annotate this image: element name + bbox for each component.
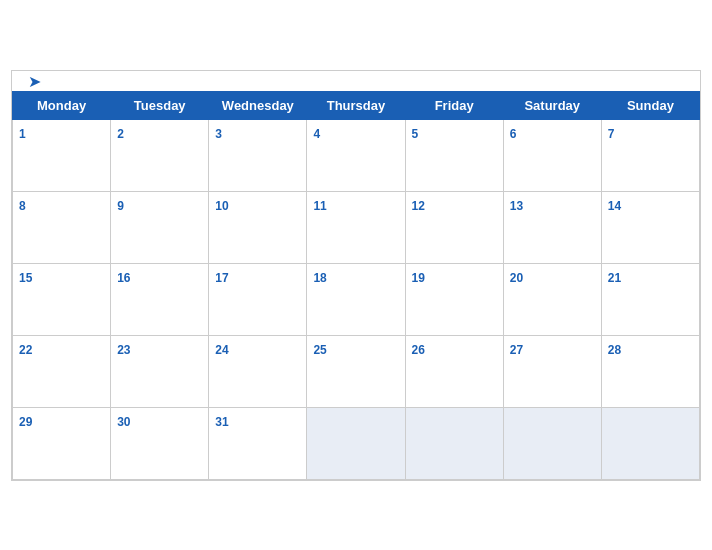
day-number: 23 <box>117 343 130 357</box>
calendar-container: ➤ MondayTuesdayWednesdayThursdayFridaySa… <box>11 70 701 481</box>
calendar-day-cell: 1 <box>13 119 111 191</box>
day-number: 19 <box>412 271 425 285</box>
weekday-header: Tuesday <box>111 91 209 119</box>
calendar-day-cell: 17 <box>209 263 307 335</box>
day-number: 27 <box>510 343 523 357</box>
day-number: 7 <box>608 127 615 141</box>
day-number: 5 <box>412 127 419 141</box>
day-number: 13 <box>510 199 523 213</box>
day-number: 2 <box>117 127 124 141</box>
calendar-day-cell <box>307 407 405 479</box>
calendar-day-cell: 16 <box>111 263 209 335</box>
calendar-day-cell: 15 <box>13 263 111 335</box>
calendar-day-cell: 11 <box>307 191 405 263</box>
day-number: 25 <box>313 343 326 357</box>
calendar-day-cell: 29 <box>13 407 111 479</box>
calendar-day-cell: 25 <box>307 335 405 407</box>
calendar-day-cell: 20 <box>503 263 601 335</box>
calendar-week-row: 1234567 <box>13 119 700 191</box>
day-number: 11 <box>313 199 326 213</box>
calendar-day-cell: 14 <box>601 191 699 263</box>
weekday-header: Thursday <box>307 91 405 119</box>
weekday-header: Monday <box>13 91 111 119</box>
calendar-week-row: 15161718192021 <box>13 263 700 335</box>
day-number: 18 <box>313 271 326 285</box>
day-number: 3 <box>215 127 222 141</box>
day-number: 16 <box>117 271 130 285</box>
calendar-day-cell: 27 <box>503 335 601 407</box>
calendar-day-cell <box>405 407 503 479</box>
day-number: 21 <box>608 271 621 285</box>
day-number: 10 <box>215 199 228 213</box>
day-number: 15 <box>19 271 32 285</box>
day-number: 26 <box>412 343 425 357</box>
logo: ➤ <box>28 71 43 90</box>
calendar-day-cell: 31 <box>209 407 307 479</box>
day-number: 4 <box>313 127 320 141</box>
calendar-day-cell: 10 <box>209 191 307 263</box>
calendar-day-cell <box>601 407 699 479</box>
calendar-day-cell: 13 <box>503 191 601 263</box>
calendar-day-cell: 30 <box>111 407 209 479</box>
calendar-week-row: 891011121314 <box>13 191 700 263</box>
day-number: 20 <box>510 271 523 285</box>
calendar-day-cell: 5 <box>405 119 503 191</box>
day-number: 1 <box>19 127 26 141</box>
logo-bird-icon: ➤ <box>28 71 41 90</box>
day-number: 17 <box>215 271 228 285</box>
calendar-day-cell: 12 <box>405 191 503 263</box>
calendar-day-cell: 7 <box>601 119 699 191</box>
weekday-header: Saturday <box>503 91 601 119</box>
calendar-day-cell: 23 <box>111 335 209 407</box>
calendar-day-cell: 22 <box>13 335 111 407</box>
day-number: 24 <box>215 343 228 357</box>
calendar-day-cell: 2 <box>111 119 209 191</box>
calendar-day-cell: 21 <box>601 263 699 335</box>
calendar-day-cell: 6 <box>503 119 601 191</box>
day-number: 22 <box>19 343 32 357</box>
calendar-day-cell: 18 <box>307 263 405 335</box>
calendar-week-row: 293031 <box>13 407 700 479</box>
weekday-header-row: MondayTuesdayWednesdayThursdayFridaySatu… <box>13 91 700 119</box>
day-number: 29 <box>19 415 32 429</box>
weekday-header: Friday <box>405 91 503 119</box>
day-number: 8 <box>19 199 26 213</box>
day-number: 14 <box>608 199 621 213</box>
calendar-week-row: 22232425262728 <box>13 335 700 407</box>
day-number: 6 <box>510 127 517 141</box>
day-number: 31 <box>215 415 228 429</box>
day-number: 30 <box>117 415 130 429</box>
calendar-day-cell: 24 <box>209 335 307 407</box>
day-number: 9 <box>117 199 124 213</box>
calendar-day-cell: 4 <box>307 119 405 191</box>
calendar-day-cell: 26 <box>405 335 503 407</box>
calendar-day-cell <box>503 407 601 479</box>
calendar-day-cell: 3 <box>209 119 307 191</box>
calendar-header: ➤ <box>12 71 700 91</box>
calendar-day-cell: 9 <box>111 191 209 263</box>
calendar-day-cell: 28 <box>601 335 699 407</box>
calendar-table: MondayTuesdayWednesdayThursdayFridaySatu… <box>12 91 700 480</box>
weekday-header: Sunday <box>601 91 699 119</box>
calendar-day-cell: 8 <box>13 191 111 263</box>
day-number: 28 <box>608 343 621 357</box>
day-number: 12 <box>412 199 425 213</box>
weekday-header: Wednesday <box>209 91 307 119</box>
calendar-day-cell: 19 <box>405 263 503 335</box>
